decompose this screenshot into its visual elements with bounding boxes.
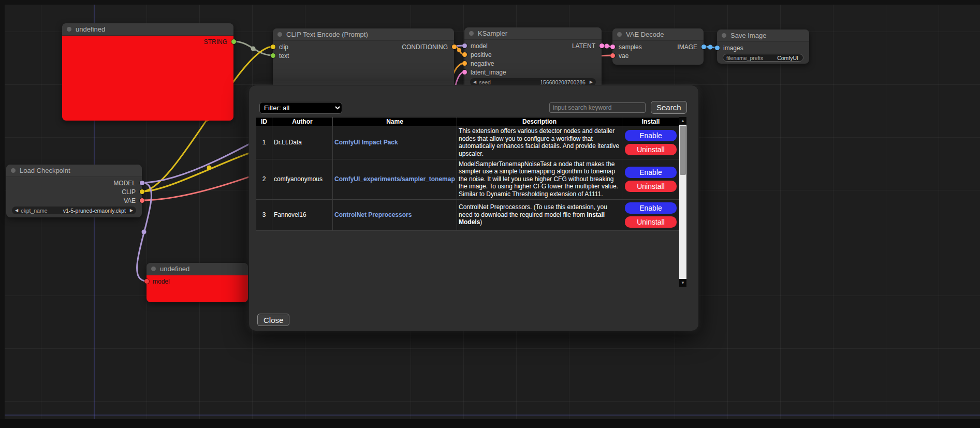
node-title-label: undefined [76,25,105,33]
ext-name-link[interactable]: ComfyUI_experiments/sampler_tonemap [334,175,455,183]
extension-table-container: ID Author Name Description Install 1 Dr.… [256,117,686,287]
scroll-up-icon[interactable]: ▲ [679,117,686,125]
vae-output-pin[interactable] [140,198,144,203]
input-label: vae [619,52,628,60]
uninstall-button[interactable]: Uninstall [625,144,677,155]
input-label: model [471,42,488,50]
col-header-name: Name [333,117,457,126]
ext-name-link[interactable]: ControlNet Preprocessors [334,211,455,219]
wire-string-to-text [233,41,273,55]
output-label: CONDITIONING [402,43,448,51]
canvas-edge [0,0,980,5]
node-title-label: VAE Decode [626,31,664,38]
model-output-pin[interactable] [140,181,144,185]
graph-canvas[interactable]: undefined STRING CLIP Text Encode (Promp… [0,0,980,428]
uninstall-button[interactable]: Uninstall [625,181,677,192]
output-label: STRING [204,38,227,46]
ext-description: This extension offers various detector n… [457,126,622,159]
node-title-label: CLIP Text Encode (Prompt) [286,31,368,38]
input-label: images [723,45,743,52]
clip-input-pin[interactable] [271,45,275,49]
scroll-down-icon[interactable]: ▼ [679,279,686,287]
ext-description: ModelSamplerTonemapNoiseTest a node that… [457,159,622,199]
node-collapse-dot[interactable] [469,31,474,36]
latent-image-input-pin[interactable] [462,70,467,75]
input-label: negative [471,60,494,67]
model-input-pin[interactable] [462,43,467,48]
string-output-pin[interactable] [231,39,236,44]
scrollbar[interactable]: ▲ ▼ [679,117,686,287]
col-header-id: ID [256,117,272,126]
wire-dot [605,44,609,49]
input-label: samples [619,43,642,51]
extension-table: ID Author Name Description Install 1 Dr.… [256,117,680,231]
table-header-row: ID Author Name Description Install [256,117,680,126]
input-label: latent_image [471,69,506,76]
node-collapse-dot[interactable] [67,27,71,32]
search-button[interactable]: Search [651,101,687,114]
widget-label: filename_prefix [726,55,763,61]
node-title-label: Save Image [730,32,766,39]
ext-id: 2 [256,159,272,199]
positive-input-pin[interactable] [462,52,467,57]
wire-dot [142,230,147,234]
table-row: 2 comfyanonymous ComfyUI_experiments/sam… [256,159,680,199]
output-label: CLIP [122,188,136,196]
clip-output-pin[interactable] [140,189,144,194]
scrollbar-thumb[interactable] [680,126,686,175]
node-collapse-dot[interactable] [277,32,282,37]
text-input-pin[interactable] [271,53,275,58]
close-button[interactable]: Close [257,314,289,326]
node-title-label: undefined [160,265,189,273]
node-collapse-dot[interactable] [722,33,726,38]
uninstall-button[interactable]: Uninstall [625,216,677,228]
search-input[interactable] [549,102,646,113]
node-title-label: KSampler [478,29,507,37]
ckpt-name-widget[interactable]: ◀ ckpt_name v1-5-pruned-emaonly.ckpt ▶ [12,206,136,214]
image-output-pin[interactable] [701,45,706,49]
node-undefined-top[interactable]: undefined STRING [62,23,233,121]
node-collapse-dot[interactable] [617,32,622,37]
enable-button[interactable]: Enable [625,167,677,178]
images-input-pin[interactable] [715,46,720,50]
enable-button[interactable]: Enable [625,202,677,214]
latent-output-pin[interactable] [599,43,604,48]
filename-prefix-widget[interactable]: filename_prefix ComfyUI [723,54,803,62]
output-label: LATENT [572,42,595,50]
output-label: IMAGE [677,43,697,51]
decrement-icon[interactable]: ◀ [473,80,476,84]
input-label: clip [279,43,288,51]
node-undefined-bottom[interactable]: undefined model [147,263,248,302]
widget-value: v1-5-pruned-emaonly.ckpt [63,208,127,214]
decrement-icon[interactable]: ◀ [15,209,18,213]
model-input-pin[interactable] [144,279,149,284]
manager-dialog: Filter: all Search ID Author Name Descri… [248,85,699,331]
wire-dot [457,48,461,52]
ext-author: Dr.Lt.Data [272,126,333,159]
ext-name-link[interactable]: ComfyUI Impact Pack [334,139,455,146]
node-save-image[interactable]: Save Image images filename_prefix ComfyU… [717,29,809,64]
negative-input-pin[interactable] [462,61,467,66]
samples-input-pin[interactable] [610,45,615,49]
wire-dot [207,166,212,170]
widget-value: 156680208700286 [540,79,587,85]
increment-icon[interactable]: ▶ [590,80,593,84]
node-vae-decode[interactable]: VAE Decode samples IMAGE vae [612,28,704,65]
canvas-axis-horizontal [0,415,980,416]
conditioning-output-pin[interactable] [452,45,457,49]
increment-icon[interactable]: ▶ [130,209,133,213]
filter-select[interactable]: Filter: all [259,102,342,114]
canvas-edge [0,0,5,428]
ext-author: comfyanonymous [272,159,333,199]
ext-id: 1 [256,126,272,159]
node-load-checkpoint[interactable]: Load Checkpoint MODEL CLIP VAE ◀ ckpt_na… [6,165,142,217]
vae-input-pin[interactable] [610,53,615,58]
ext-description: ControlNet Preprocessors. (To use this e… [457,199,622,230]
table-row: 3 Fannovel16 ControlNet Preprocessors Co… [256,199,680,230]
node-collapse-dot[interactable] [151,267,156,271]
node-collapse-dot[interactable] [11,168,16,173]
enable-button[interactable]: Enable [625,130,677,141]
input-label: text [279,52,289,60]
input-label: model [153,278,170,285]
wire-dot [708,45,713,50]
